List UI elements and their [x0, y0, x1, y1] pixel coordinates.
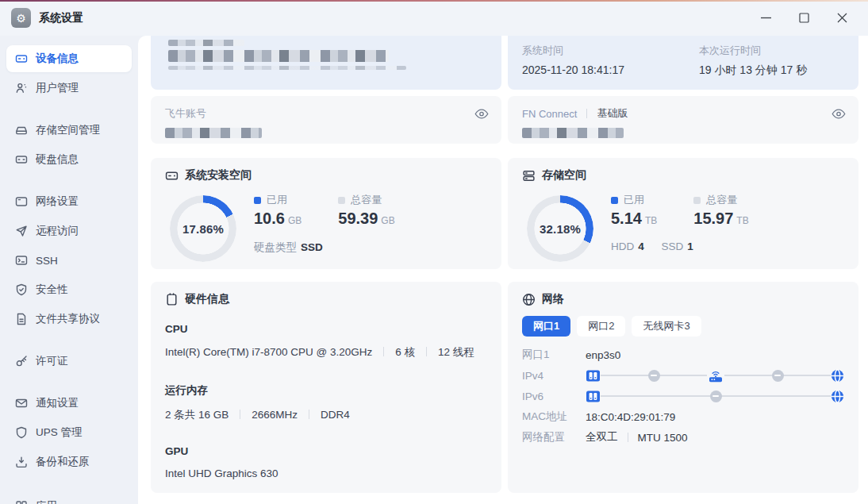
close-button[interactable]: [830, 6, 854, 30]
nas-icon: [586, 390, 601, 403]
system-space-icon: [165, 169, 179, 183]
divider: [628, 433, 628, 442]
user-icon: [14, 82, 28, 95]
total-label: 总容量: [351, 193, 382, 207]
legend-total-swatch: [693, 197, 701, 204]
config-mtu: MTU 1500: [638, 432, 688, 444]
network-globe-icon: [522, 293, 536, 306]
sidebar-item-user-management[interactable]: 用户管理: [6, 75, 132, 102]
internet-globe-icon: [831, 390, 844, 403]
tab-wireless3[interactable]: 无线网卡3: [632, 316, 701, 337]
node-disabled-icon: [648, 370, 660, 382]
titlebar: ⚙ 系统设置: [0, 0, 868, 36]
card-device-summary: [151, 36, 501, 90]
sidebar-item-network-settings[interactable]: 网络设置: [6, 188, 132, 215]
redacted-account: [165, 128, 262, 138]
tab-port1[interactable]: 网口1: [522, 316, 570, 337]
shield-icon: [14, 426, 28, 440]
sidebar-item-label: 硬盘信息: [36, 152, 79, 167]
legend-total-swatch: [338, 197, 345, 204]
minimize-button[interactable]: [754, 6, 778, 30]
redacted-label: [168, 40, 244, 46]
ipv6-topology: [586, 390, 846, 403]
network-title: 网络: [542, 292, 564, 306]
hardware-info-title: 硬件信息: [185, 292, 229, 306]
card-network: 网络 网口1 网口2 无线网卡3 网口1 enp3s0 IPv4: [508, 282, 858, 493]
card-system-space: 系统安装空间 17.86% 已用 10.6GB: [151, 158, 501, 269]
sidebar-item-label: 应用: [36, 499, 57, 504]
port-value: enp3s0: [586, 349, 620, 361]
node-disabled-icon: [772, 370, 784, 382]
card-fn-account: 飞牛账号: [151, 96, 501, 144]
tab-port2[interactable]: 网口2: [577, 316, 625, 337]
fn-account-label: 飞牛账号: [165, 106, 206, 121]
maximize-button[interactable]: [792, 6, 816, 30]
window-controls: [754, 6, 857, 30]
sidebar-item-ups-management[interactable]: UPS 管理: [6, 419, 132, 446]
uptime-value: 19 小时 13 分钟 17 秒: [699, 63, 807, 78]
system-space-donut: 17.86%: [170, 195, 236, 262]
terminal-icon: [14, 254, 28, 267]
legend-used-swatch: [611, 197, 618, 204]
cpu-value: Intel(R) Core(TM) i7-8700 CPU @ 3.20GHz6…: [165, 345, 489, 360]
eye-icon[interactable]: [474, 109, 489, 119]
total-value: 15.97TB: [693, 210, 748, 228]
total-value: 59.39GB: [338, 210, 394, 228]
sidebar-item-label: UPS 管理: [36, 425, 83, 440]
sidebar-item-storage-space-management[interactable]: 存储空间管理: [6, 117, 132, 144]
sidebar-item-apps[interactable]: 应用: [6, 493, 132, 504]
sidebar-item-label: 存储空间管理: [36, 123, 100, 137]
memory-value: 2 条共 16 GB2666MHzDDR4: [165, 408, 489, 422]
sidebar-item-device-info[interactable]: 设备信息: [6, 45, 132, 72]
network-tabs: 网口1 网口2 无线网卡3: [522, 316, 846, 337]
sidebar-item-label: 网络设置: [36, 194, 79, 209]
sidebar-item-label: 通知设置: [36, 396, 79, 410]
mac-label: MAC地址: [522, 410, 586, 424]
sidebar-item-remote-access[interactable]: 远程访问: [6, 217, 132, 244]
drive-count-line: HDD4 SSD1: [611, 240, 749, 252]
sidebar-item-label: 用户管理: [36, 81, 79, 95]
sidebar-item-disk-info[interactable]: 硬盘信息: [6, 146, 132, 173]
sidebar-item-license[interactable]: 许可证: [6, 348, 132, 375]
sidebar: 设备信息 用户管理 存储空间管理 硬盘信息 网络设置 远程访问 SSH 安全性 …: [0, 36, 138, 504]
sidebar-item-backup-restore[interactable]: 备份和还原: [6, 448, 132, 475]
used-value: 10.6GB: [254, 210, 301, 228]
used-label: 已用: [267, 193, 287, 207]
memory-heading: 运行内存: [165, 383, 489, 398]
hardware-info-icon: [165, 293, 179, 306]
used-label: 已用: [624, 193, 644, 207]
storage-space-title: 存储空间: [542, 168, 586, 183]
ipv4-topology: [586, 368, 846, 383]
legend-used-swatch: [254, 197, 261, 204]
gpu-value: Intel UHD Graphics 630: [165, 467, 489, 479]
sidebar-item-label: 文件共享协议: [36, 312, 100, 326]
sidebar-item-file-sharing-protocol[interactable]: 文件共享协议: [6, 306, 132, 333]
system-space-title: 系统安装空间: [185, 168, 252, 183]
sidebar-item-ssh[interactable]: SSH: [6, 247, 132, 274]
sidebar-item-label: SSH: [36, 255, 58, 267]
key-icon: [14, 355, 28, 368]
storage-space-donut: 32.18%: [527, 195, 593, 262]
fn-connect-plan: 基础版: [597, 106, 628, 121]
sidebar-item-notification-settings[interactable]: 通知设置: [6, 390, 132, 417]
sidebar-item-label: 许可证: [36, 354, 68, 368]
ipv6-label: IPv6: [522, 391, 586, 402]
card-system-time: 系统时间 2025-11-20 18:41:17 本次运行时间 19 小时 13…: [508, 36, 858, 90]
card-fn-connect: FN Connect 基础版: [508, 96, 858, 144]
backup-icon: [14, 456, 28, 469]
system-time-value: 2025-11-20 18:41:17: [522, 63, 699, 76]
config-duplex: 全双工: [586, 430, 618, 444]
card-storage-space: 存储空间 32.18% 已用 5.14TB: [508, 158, 858, 269]
window-title: 系统设置: [39, 11, 83, 25]
system-time-label: 系统时间: [522, 44, 699, 58]
ipv4-label: IPv4: [522, 370, 586, 382]
redacted-value: [168, 50, 389, 62]
eye-icon[interactable]: [832, 109, 846, 119]
sidebar-item-security[interactable]: 安全性: [6, 276, 132, 303]
cpu-heading: CPU: [165, 323, 489, 335]
sidebar-item-label: 安全性: [36, 283, 68, 297]
disk-icon: [14, 153, 28, 167]
redacted-connect-id: [522, 128, 624, 138]
total-label: 总容量: [706, 193, 737, 207]
document-icon: [14, 313, 28, 326]
